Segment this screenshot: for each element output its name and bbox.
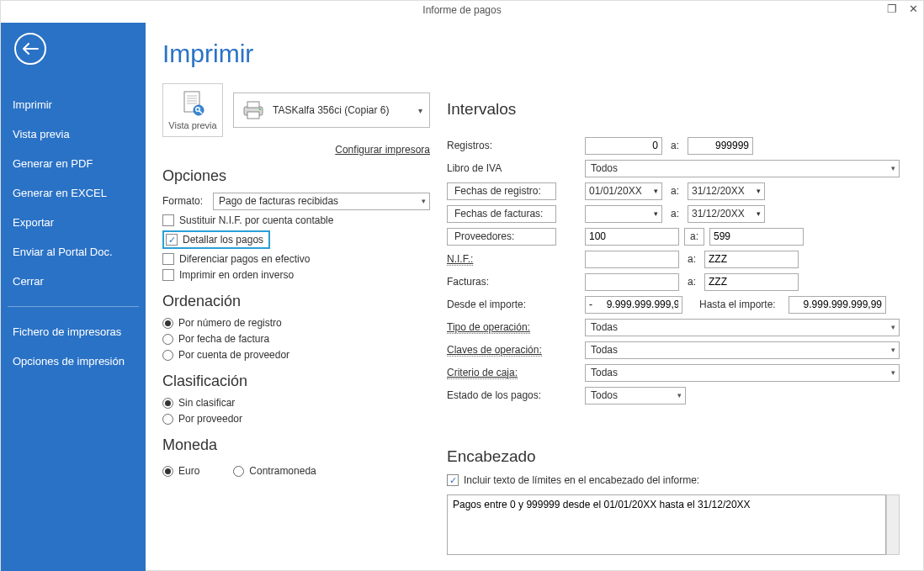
sidebar-item-print[interactable]: Imprimir [8, 90, 139, 119]
sidebar-item-export[interactable]: Exportar [8, 208, 139, 237]
sidebar-item-excel[interactable]: Generar en EXCEL [8, 178, 139, 208]
nif-from-input[interactable] [585, 251, 679, 268]
radio-euro-label: Euro [178, 465, 199, 477]
reg-date-to[interactable]: 31/12/20XX▾ [688, 182, 765, 200]
op-keys-label[interactable]: Claves de operación: [447, 344, 542, 357]
scrollbar[interactable] [886, 494, 900, 555]
records-to-input[interactable] [688, 137, 753, 155]
radio-by-invoice-label: Por fecha de factura [178, 333, 269, 345]
chk-reverse-label: Imprimir en orden inverso [179, 269, 294, 281]
ordering-heading: Ordenación [162, 293, 430, 310]
sidebar-item-print-options[interactable]: Opciones de impresión [8, 346, 139, 376]
printer-name: TASKalfa 356ci (Copiar 6) [273, 104, 390, 116]
records-from-input[interactable] [585, 137, 662, 155]
chk-cash[interactable] [162, 253, 174, 265]
invoice-to-input[interactable] [704, 273, 799, 291]
preview-button-label: Vista previa [168, 120, 216, 130]
suppliers-button[interactable]: Proveedores: [447, 228, 556, 246]
amount-to-input[interactable] [789, 296, 886, 314]
chk-detail-payments[interactable] [166, 234, 178, 246]
chevron-down-icon: ▾ [757, 209, 761, 218]
radio-class-none[interactable] [162, 398, 173, 409]
format-select[interactable]: Pago de facturas recibidas ▾ [213, 193, 430, 210]
cash-crit-select[interactable]: Todas ▾ [585, 364, 900, 382]
vat-book-label: Libro de IVA [447, 162, 502, 174]
inv-dates-button[interactable]: Fechas de facturas: [447, 205, 556, 223]
format-label: Formato: [162, 195, 213, 207]
chevron-down-icon: ▾ [654, 209, 658, 218]
preview-button[interactable]: Vista previa [162, 83, 223, 137]
radio-by-reg[interactable] [162, 318, 173, 329]
header-heading: Encabezado [447, 447, 900, 466]
header-textarea[interactable] [447, 494, 886, 555]
svg-point-5 [194, 105, 204, 115]
a-label: a: [684, 276, 699, 288]
radio-class-supplier[interactable] [162, 414, 173, 425]
chevron-down-icon: ▾ [757, 187, 761, 195]
a-label: a: [684, 253, 699, 265]
radio-by-supplier-label: Por cuenta de proveedor [178, 349, 289, 361]
chevron-down-icon: ▾ [654, 187, 658, 195]
nif-label[interactable]: N.I.F.: [447, 253, 473, 266]
format-value: Pago de facturas recibidas [219, 195, 338, 207]
vat-book-select[interactable]: Todos ▾ [585, 160, 900, 177]
main-area: Imprimir Vista previa [146, 23, 923, 571]
chk-reverse[interactable] [162, 269, 174, 281]
amount-to-label: Hasta el importe: [699, 299, 783, 310]
invoice-from-input[interactable] [585, 273, 679, 291]
chevron-down-icon: ▾ [891, 164, 895, 172]
amount-from-input[interactable] [585, 296, 682, 314]
chevron-down-icon: ▾ [422, 197, 426, 205]
op-type-value: Todas [591, 321, 618, 333]
currency-heading: Moneda [162, 436, 430, 454]
back-button[interactable] [14, 33, 46, 65]
cash-crit-label[interactable]: Criterio de caja: [447, 367, 518, 379]
sidebar-item-preview[interactable]: Vista previa [8, 119, 139, 149]
radio-counter[interactable] [233, 466, 244, 477]
op-keys-select[interactable]: Todas ▾ [585, 341, 900, 359]
radio-counter-label: Contramoneda [249, 465, 316, 477]
nif-to-input[interactable] [704, 251, 799, 268]
chk-detail-label: Detallar los pagos [183, 234, 263, 246]
amount-from-label: Desde el importe: [447, 299, 526, 310]
sidebar-item-portal[interactable]: Enviar al Portal Doc. [8, 237, 139, 267]
configure-printer-link[interactable]: Configurar impresora [335, 144, 430, 156]
svg-point-11 [259, 108, 261, 110]
chevron-down-icon: ▾ [677, 391, 682, 399]
invoices-label: Facturas: [447, 276, 489, 288]
pay-state-value: Todos [591, 389, 618, 401]
reg-date-from[interactable]: 01/01/20XX▾ [585, 182, 662, 200]
printer-select[interactable]: TASKalfa 356ci (Copiar 6) ▾ [233, 93, 430, 128]
radio-class-supplier-label: Por proveedor [178, 413, 242, 425]
highlight-box: Detallar los pagos [162, 230, 270, 249]
sidebar: Imprimir Vista previa Generar en PDF Gen… [1, 23, 146, 571]
window-restore-icon[interactable]: ❐ [887, 3, 897, 15]
op-type-label[interactable]: Tipo de operación: [447, 321, 530, 334]
radio-euro[interactable] [162, 466, 173, 477]
pay-state-select[interactable]: Todos ▾ [585, 387, 686, 404]
radio-by-invoice[interactable] [162, 334, 173, 345]
inv-date-to[interactable]: 31/12/20XX▾ [688, 205, 765, 223]
reg-dates-button[interactable]: Fechas de registro: [447, 182, 556, 200]
chevron-down-icon: ▾ [418, 106, 422, 115]
chk-nif[interactable] [162, 214, 174, 226]
svg-rect-9 [247, 102, 259, 108]
chk-include-header-label: Incluir texto de límites en el encabezad… [464, 474, 699, 486]
supplier-to-input[interactable] [709, 228, 804, 246]
intervals-heading: Intervalos [447, 100, 900, 119]
sidebar-item-pdf[interactable]: Generar en PDF [8, 149, 139, 178]
document-preview-icon [178, 90, 207, 119]
chk-include-header[interactable] [447, 474, 459, 486]
chk-cash-label: Diferenciar pagos en efectivo [179, 253, 310, 265]
window-close-icon[interactable]: ✕ [909, 3, 918, 15]
sidebar-item-printers-file[interactable]: Fichero de impresoras [8, 317, 139, 346]
window: Informe de pagos ❐ ✕ Imprimir Vista prev… [0, 0, 924, 571]
sidebar-item-close[interactable]: Cerrar [8, 267, 139, 296]
arrow-left-icon [22, 43, 39, 55]
a-button[interactable]: a: [684, 228, 704, 246]
radio-by-supplier[interactable] [162, 350, 173, 361]
inv-date-from[interactable]: ▾ [585, 205, 662, 223]
op-type-select[interactable]: Todas ▾ [585, 319, 900, 336]
supplier-from-input[interactable] [585, 228, 679, 246]
cash-crit-value: Todas [591, 367, 618, 378]
